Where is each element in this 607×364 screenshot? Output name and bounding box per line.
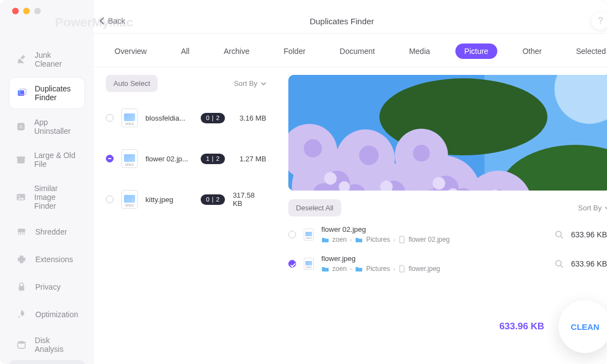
main-content: Back Duplicates Finder ? Overview All Ar… xyxy=(94,0,607,364)
clean-button[interactable]: CLEAN xyxy=(558,300,607,353)
svg-point-45 xyxy=(556,260,561,266)
dup-filename: flower 02.jpeg xyxy=(321,225,547,233)
tab-folder[interactable]: Folder xyxy=(275,44,314,59)
folder-icon xyxy=(355,265,363,272)
sidebar-item-duplicates-finder[interactable]: Duplicates Finder xyxy=(9,77,85,109)
sidebar-item-label: Extensions xyxy=(35,255,73,264)
sidebar-item-label: Junk Cleaner xyxy=(35,51,78,68)
dup-path: zoen › Pictures › flower.jpeg xyxy=(321,265,547,273)
sidebar-item-disk-analysis[interactable]: Disk Analysis xyxy=(9,329,85,360)
chevron-right-icon: › xyxy=(394,266,395,272)
footer: 633.96 KB CLEAN xyxy=(499,300,607,353)
duplicate-row[interactable]: JPEG flower 02.jpeg zoen › Pictures › xyxy=(288,221,607,248)
sidebar-item-junk-cleaner[interactable]: Junk Cleaner xyxy=(9,44,85,75)
file-icon xyxy=(399,236,405,243)
sort-by-right[interactable]: Sort By xyxy=(578,204,607,212)
sidebar: PowerMyMac Junk Cleaner Duplicates Finde… xyxy=(0,0,94,364)
dup-info: flower.jpeg zoen › Pictures › flower.jpe… xyxy=(321,254,547,273)
group-name: flower 02.jp... xyxy=(146,155,193,163)
tab-all[interactable]: All xyxy=(172,44,198,59)
jpeg-file-icon: JPEG xyxy=(304,229,314,241)
chevron-down-icon xyxy=(261,82,266,86)
dup-checkbox[interactable] xyxy=(288,231,296,238)
dup-info: flower 02.jpeg zoen › Pictures › flower … xyxy=(321,225,547,243)
page-title: Duplicates Finder xyxy=(92,17,592,26)
sidebar-item-optimization[interactable]: Optimization xyxy=(9,302,85,327)
auto-select-button[interactable]: Auto Select xyxy=(106,75,158,92)
tab-selected[interactable]: Selected xyxy=(567,44,607,59)
jpeg-file-icon: JPEG xyxy=(121,108,138,127)
image-preview xyxy=(288,75,607,191)
chevron-right-icon: › xyxy=(394,237,395,243)
maximize-window-icon xyxy=(34,8,41,14)
close-window-icon[interactable] xyxy=(12,8,19,14)
sidebar-item-large-old[interactable]: Large & Old File xyxy=(9,144,85,175)
app-icon: A xyxy=(15,121,26,133)
duplicate-row[interactable]: JPEG flower.jpeg zoen › Pictures › xyxy=(288,250,607,277)
tab-picture[interactable]: Picture xyxy=(455,44,497,59)
sidebar-item-app-uninstaller[interactable]: A App Uninstaller xyxy=(9,111,85,142)
dup-size: 633.96 KB xyxy=(571,259,607,268)
svg-point-41 xyxy=(432,177,445,189)
group-row[interactable]: JPEG kitty.jpeg 0 ∣ 2 317.58 KB xyxy=(94,179,278,220)
path-seg: Pictures xyxy=(366,265,390,273)
group-checkbox[interactable] xyxy=(106,195,114,203)
group-size: 3.16 MB xyxy=(239,114,266,122)
dup-checkbox[interactable] xyxy=(288,260,296,268)
sidebar-item-label: Disk Analysis xyxy=(35,336,78,354)
path-seg: zoen xyxy=(332,236,347,243)
help-button[interactable]: ? xyxy=(592,12,607,30)
rocket-icon xyxy=(15,308,28,320)
chevron-right-icon: › xyxy=(350,237,352,243)
magnify-icon[interactable] xyxy=(555,259,563,268)
group-list-pane: Auto Select Sort By JPEG blossfeldia... … xyxy=(94,67,278,364)
disk-icon xyxy=(15,339,27,351)
svg-rect-4 xyxy=(17,158,24,164)
broom-icon xyxy=(15,53,27,66)
svg-point-34 xyxy=(304,139,322,157)
svg-text:A: A xyxy=(19,124,23,129)
sidebar-nav: Junk Cleaner Duplicates Finder A App Uni… xyxy=(0,22,94,360)
sidebar-item-privacy[interactable]: Privacy xyxy=(9,274,85,300)
sidebar-item-similar-image[interactable]: Similar Image Finder xyxy=(9,177,85,217)
path-seg: zoen xyxy=(332,265,347,273)
tab-overview[interactable]: Overview xyxy=(106,44,155,59)
svg-point-35 xyxy=(359,145,379,165)
group-row[interactable]: JPEG flower 02.jp... 1 ∣ 2 1.27 MB xyxy=(94,138,278,179)
group-name: blossfeldia... xyxy=(146,114,193,122)
folder-icon xyxy=(355,236,363,243)
group-checkbox[interactable] xyxy=(106,155,114,162)
magnify-icon[interactable] xyxy=(555,230,563,239)
tab-media[interactable]: Media xyxy=(400,44,439,59)
tab-other[interactable]: Other xyxy=(514,44,551,59)
puzzle-icon xyxy=(15,253,28,265)
sidebar-item-label: Similar Image Finder xyxy=(34,184,78,210)
group-badge: 0 ∣ 2 xyxy=(201,113,225,123)
sort-by-left[interactable]: Sort By xyxy=(234,79,266,88)
deselect-all-button[interactable]: Deselect All xyxy=(288,199,341,216)
duplicate-list: JPEG flower 02.jpeg zoen › Pictures › xyxy=(288,221,607,277)
box-icon xyxy=(15,154,26,166)
jpeg-file-icon: JPEG xyxy=(304,258,314,270)
detail-header: Deselect All Sort By xyxy=(288,191,607,221)
folder-icon xyxy=(321,236,329,243)
group-row[interactable]: JPEG blossfeldia... 0 ∣ 2 3.16 MB xyxy=(94,97,278,138)
duplicates-icon xyxy=(16,87,27,99)
sidebar-item-label: Optimization xyxy=(35,310,78,319)
svg-point-37 xyxy=(324,172,337,185)
sidebar-item-label: App Uninstaller xyxy=(34,118,78,135)
sidebar-item-extensions[interactable]: Extensions xyxy=(9,247,85,272)
group-name: kitty.jpeg xyxy=(146,195,193,204)
group-list-header: Auto Select Sort By xyxy=(94,75,278,97)
minimize-window-icon[interactable] xyxy=(23,8,30,14)
sidebar-item-shredder[interactable]: Shredder xyxy=(9,219,85,245)
tab-document[interactable]: Document xyxy=(331,44,384,59)
path-seg: Pictures xyxy=(366,236,390,243)
chevron-right-icon: › xyxy=(350,266,352,272)
group-size: 317.58 KB xyxy=(233,191,266,208)
user-chip[interactable]: eliene xyxy=(9,360,85,364)
path-seg: flower.jpeg xyxy=(409,265,440,273)
tab-archive[interactable]: Archive xyxy=(215,44,259,59)
category-tabs: Overview All Archive Folder Document Med… xyxy=(94,33,607,67)
group-checkbox[interactable] xyxy=(106,114,114,122)
